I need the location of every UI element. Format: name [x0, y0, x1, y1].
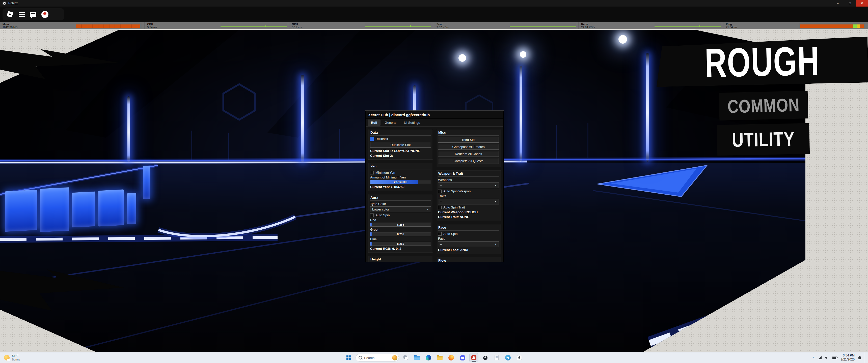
show-desktop-strip[interactable]: [865, 353, 867, 363]
hub-tab-bar: Roll General UI Settings: [366, 119, 503, 127]
aura-auto-spin-label: Auto Spin: [375, 213, 390, 217]
wall-screen: [127, 193, 136, 224]
section-height: Height Auto Spin Height: [368, 256, 433, 262]
stat-mem-text: Mem 1642.30 MB: [2, 23, 18, 29]
hamburger-menu-icon[interactable]: [19, 12, 25, 16]
clock[interactable]: 3:54 PM 3/21/2025: [840, 354, 855, 362]
stat-cpu-label: CPU: [147, 23, 157, 26]
banner-utility-text: UTILITY: [732, 127, 795, 151]
blue-slider[interactable]: 8/255: [370, 242, 431, 246]
section-yen: Yen Minimum Yen Amount of Minimum Yen 23…: [368, 163, 433, 191]
volume-icon[interactable]: [825, 356, 829, 360]
wall-screen: [98, 189, 124, 226]
auto-spin-trait-row: Auto Spin Trait: [438, 205, 499, 209]
hub-titlebar[interactable]: Xecret Hub | discord.gg/xecrethub: [366, 111, 503, 119]
tab-general[interactable]: General: [381, 120, 400, 126]
duplicate-slot-button[interactable]: Duplicate Slot: [370, 142, 431, 148]
discord-button[interactable]: [458, 353, 467, 362]
system-tray: ^ 3:54 PM 3/21/2025: [813, 353, 868, 363]
red-slider-value: 8/255: [370, 223, 431, 226]
stat-ping-label: Ping: [726, 23, 737, 26]
third-slot-button[interactable]: Third Slot: [438, 137, 499, 143]
chat-icon[interactable]: [30, 12, 36, 17]
hub-right-column: Misc Third Slot Gamepass All Emotes Rede…: [436, 129, 501, 260]
stat-cpu-value: 9.54 ms: [147, 26, 157, 29]
green-slider[interactable]: 8/255: [370, 232, 431, 236]
network-icon[interactable]: [818, 356, 822, 359]
stat-recv-text: Recv 24.84 KB/s: [581, 23, 595, 29]
maximize-button[interactable]: □: [844, 0, 856, 6]
section-aura-header: Aura: [370, 195, 431, 201]
telegram-icon: [505, 355, 511, 361]
folder-button[interactable]: [435, 353, 444, 362]
color-type-dropdown[interactable]: Lower color ▼: [370, 206, 431, 212]
section-weapon-trait: Weapon & Trait Weapons -- ▼ Auto Spin We…: [436, 170, 501, 221]
obs-button[interactable]: [481, 353, 490, 362]
tab-roll[interactable]: Roll: [368, 120, 380, 126]
wall-screen: [72, 192, 95, 228]
stat-gpu: GPU 3.19 ms: [289, 22, 434, 29]
rollback-checkbox[interactable]: [370, 137, 374, 141]
telegram-button[interactable]: [503, 353, 513, 362]
close-button[interactable]: ✕: [856, 0, 868, 6]
notepad-button[interactable]: [492, 353, 501, 362]
clock-time: 3:54 PM: [840, 354, 855, 358]
wall-screen: [40, 187, 69, 232]
tray-overflow-chevron[interactable]: ^: [813, 356, 815, 360]
type-color-label: Type Color: [370, 202, 431, 206]
stat-sent-text: Sent 7.37 KB/s: [436, 23, 448, 29]
window-title: Roblox: [8, 1, 18, 5]
roblox-logo-icon[interactable]: [6, 11, 13, 18]
edge-button[interactable]: [424, 353, 433, 362]
weapons-dropdown[interactable]: -- ▼: [438, 183, 499, 188]
edge-icon: [426, 355, 431, 361]
auto-spin-trait-label: Auto Spin Trait: [443, 205, 465, 209]
stat-gpu-value: 3.19 ms: [292, 26, 302, 29]
auto-spin-trait-checkbox[interactable]: [438, 206, 441, 209]
face-label: Face: [438, 237, 499, 240]
traits-label: Traits: [438, 194, 499, 198]
color-type-dropdown-value: Lower color: [372, 207, 389, 211]
firefox-button[interactable]: [446, 353, 456, 362]
redeem-all-codes-button[interactable]: Redeem All Codes: [438, 151, 499, 157]
search-box[interactable]: Search: [355, 354, 399, 362]
stat-gpu-label: GPU: [292, 23, 302, 26]
battery-icon[interactable]: [832, 356, 837, 359]
neon-pillar: [520, 66, 522, 162]
chevron-down-icon: ▼: [495, 243, 497, 245]
auto-spin-weapon-checkbox[interactable]: [438, 190, 441, 193]
gamepass-all-emotes-button[interactable]: Gamepass All Emotes: [438, 144, 499, 150]
minimum-yen-slider[interactable]: 2379/3000: [370, 180, 431, 184]
ceiling-hexagon: [223, 84, 255, 120]
face-auto-spin-checkbox[interactable]: [438, 232, 441, 236]
aura-auto-spin-checkbox[interactable]: [370, 213, 374, 217]
stat-recv-graph: [654, 23, 721, 29]
taskbar: 64°F Sunny Search ^: [0, 352, 868, 363]
task-view-button[interactable]: [401, 353, 410, 362]
roblox-taskbar-button[interactable]: [469, 353, 478, 362]
tab-ui-settings[interactable]: UI Settings: [401, 120, 424, 126]
taskbar-center: Search: [344, 353, 524, 363]
traits-dropdown[interactable]: -- ▼: [438, 199, 499, 204]
stat-sent-label: Sent: [436, 23, 448, 26]
file-explorer-button[interactable]: [412, 353, 422, 362]
voice-recorder-button[interactable]: [515, 353, 524, 362]
roblox-topbar: [0, 6, 868, 22]
face-dropdown[interactable]: -- ▼: [438, 241, 499, 247]
notification-bell-icon[interactable]: [858, 356, 862, 360]
section-misc-header: Misc: [438, 130, 499, 136]
stat-gpu-text: GPU 3.19 ms: [292, 23, 302, 29]
weather-widget[interactable]: 64°F Sunny: [0, 353, 24, 363]
minimize-button[interactable]: –: [832, 0, 844, 6]
ceiling-light: [520, 51, 526, 58]
complete-all-quests-button[interactable]: Complete All Quests: [438, 158, 499, 164]
red-slider[interactable]: 8/255: [370, 223, 431, 227]
stat-mem: Mem 1642.30 MB: [0, 22, 145, 29]
banner-common-text: COMMON: [727, 94, 800, 117]
wall-screen: [143, 166, 150, 199]
start-button[interactable]: [344, 353, 353, 362]
microphone-icon[interactable]: [41, 11, 49, 18]
stat-ping-value: 71.34 ms: [726, 26, 737, 29]
minimum-yen-checkbox[interactable]: [370, 171, 374, 174]
face-auto-spin-row: Auto Spin: [438, 232, 499, 236]
